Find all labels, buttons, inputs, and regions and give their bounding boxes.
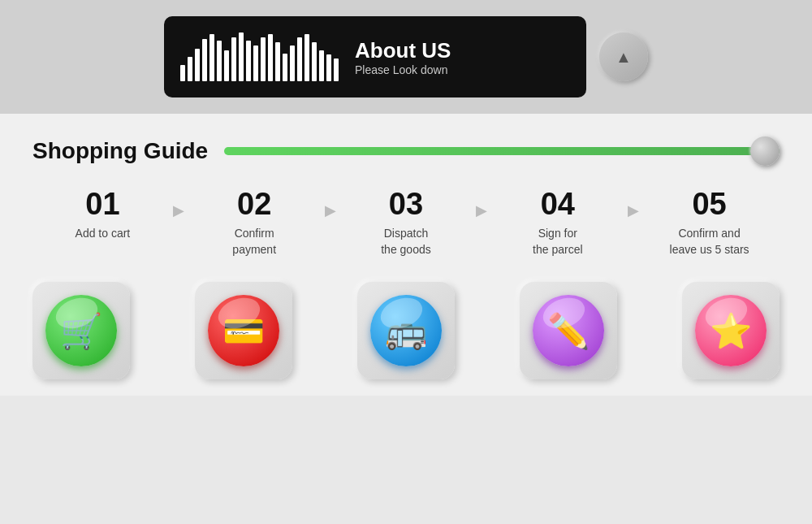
step-label-3: Dispatchthe goods bbox=[381, 226, 431, 258]
eq-bar bbox=[239, 32, 244, 81]
eq-bar bbox=[326, 54, 331, 81]
guide-header: Shopping Guide bbox=[32, 138, 780, 164]
eq-bar bbox=[268, 34, 273, 81]
eq-bar bbox=[319, 50, 324, 81]
arrow-icon: ▶ bbox=[325, 201, 336, 219]
eq-bar bbox=[209, 34, 214, 81]
eq-bar bbox=[275, 42, 280, 81]
eject-button[interactable]: ▲ bbox=[599, 32, 648, 81]
eq-bar bbox=[334, 58, 339, 81]
slider-thumb[interactable] bbox=[750, 136, 780, 166]
arrow-icon: ▶ bbox=[628, 201, 639, 219]
eq-bar bbox=[312, 42, 317, 81]
slider-track bbox=[224, 147, 780, 155]
icon-button-1[interactable]: 🛒 bbox=[32, 282, 130, 379]
dispatch-icon: 🚌 bbox=[370, 295, 442, 366]
add-to-cart-icon: 🛒 bbox=[45, 295, 117, 366]
eq-bar bbox=[253, 45, 258, 81]
top-area: About US Please Look down ▲ bbox=[0, 0, 812, 114]
icon-button-2[interactable]: 💳 bbox=[195, 282, 292, 379]
eq-bar bbox=[304, 34, 309, 81]
icon-button-3[interactable]: 🚌 bbox=[357, 282, 455, 379]
step-4: 04 Sign forthe parcel bbox=[487, 188, 628, 258]
eq-bar bbox=[180, 65, 185, 81]
icon-button-4[interactable]: ✏️ bbox=[520, 282, 617, 379]
arrow-icon: ▶ bbox=[476, 201, 487, 219]
step-number-2: 02 bbox=[237, 188, 271, 219]
eq-bar bbox=[188, 57, 192, 81]
eq-bar bbox=[217, 41, 222, 81]
guide-title: Shopping Guide bbox=[32, 138, 208, 164]
equalizer-graphic bbox=[180, 32, 339, 81]
arrow-icon: ▶ bbox=[173, 201, 184, 219]
step-number-3: 03 bbox=[389, 188, 423, 219]
eq-bar bbox=[290, 45, 295, 81]
step-2: 02 Confirmpayment bbox=[184, 188, 325, 258]
eq-bar bbox=[283, 54, 287, 81]
banner-text-block: About US Please Look down bbox=[355, 38, 451, 76]
sign-icon: ✏️ bbox=[533, 295, 604, 366]
step-arrow-3: ▶ bbox=[476, 188, 487, 219]
eq-bar bbox=[297, 37, 302, 81]
step-number-5: 05 bbox=[692, 188, 726, 219]
about-us-banner: About US Please Look down bbox=[164, 16, 586, 97]
slider-container[interactable] bbox=[224, 143, 780, 159]
step-arrow-4: ▶ bbox=[628, 188, 639, 219]
step-1: 01 Add to cart bbox=[32, 188, 173, 242]
step-label-5: Confirm andleave us 5 stars bbox=[670, 226, 749, 258]
eject-icon: ▲ bbox=[615, 48, 632, 67]
step-number-1: 01 bbox=[85, 188, 119, 219]
banner-title: About US bbox=[355, 38, 451, 63]
banner-subtitle: Please Look down bbox=[355, 63, 451, 76]
eq-bar bbox=[195, 49, 200, 81]
icon-button-5[interactable]: ⭐ bbox=[682, 282, 780, 379]
eq-bar bbox=[231, 37, 236, 81]
step-arrow-1: ▶ bbox=[173, 188, 184, 219]
step-label-2: Confirmpayment bbox=[232, 226, 276, 258]
eq-bar bbox=[246, 41, 251, 81]
step-arrow-2: ▶ bbox=[325, 188, 336, 219]
step-3: 03 Dispatchthe goods bbox=[336, 188, 477, 258]
main-content: Shopping Guide 01 Add to cart ▶ 02 Confi… bbox=[0, 114, 812, 396]
payment-icon: 💳 bbox=[208, 295, 279, 366]
review-icon: ⭐ bbox=[695, 295, 767, 366]
eq-bar bbox=[224, 50, 229, 81]
steps-row: 01 Add to cart ▶ 02 Confirmpayment ▶ 03 … bbox=[32, 188, 780, 258]
eq-bar bbox=[202, 39, 207, 81]
eq-bar bbox=[261, 37, 266, 81]
icons-row: 🛒💳🚌✏️⭐ bbox=[32, 282, 780, 379]
step-number-4: 04 bbox=[541, 188, 575, 219]
step-5: 05 Confirm andleave us 5 stars bbox=[639, 188, 780, 258]
step-label-4: Sign forthe parcel bbox=[533, 226, 582, 258]
step-label-1: Add to cart bbox=[76, 226, 131, 242]
